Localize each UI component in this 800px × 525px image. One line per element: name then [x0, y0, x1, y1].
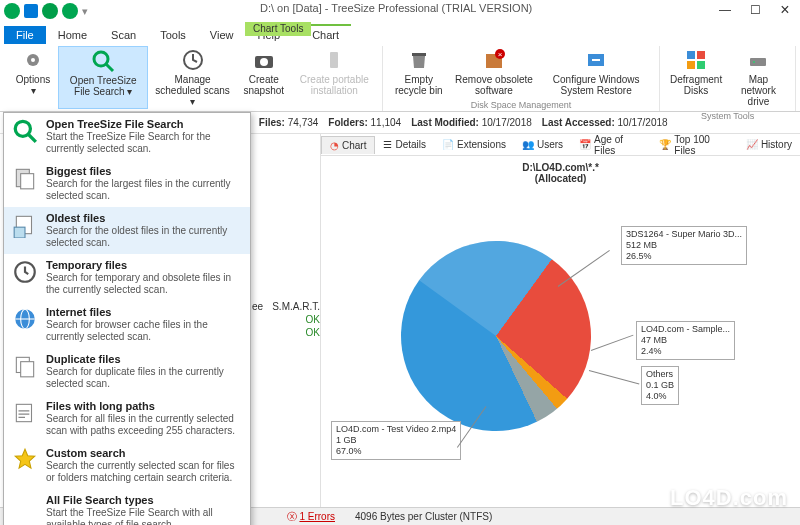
window-title: D:\ on [Data] - TreeSize Professional (T… — [260, 2, 710, 14]
chart-view-tabs: ◔Chart ☰Details 📄Extensions 👥Users 📅Age … — [321, 134, 800, 156]
svg-point-1 — [31, 58, 35, 62]
oldest-files-icon — [12, 212, 38, 238]
file-search-dropdown: Open TreeSize File SearchStart the TreeS… — [3, 112, 251, 525]
calendar-icon: 📅 — [579, 139, 591, 150]
svg-text:×: × — [498, 50, 503, 59]
svg-rect-22 — [21, 174, 34, 189]
tab-scan[interactable]: Scan — [99, 26, 148, 44]
defrag-icon — [684, 48, 708, 72]
biggest-files-icon — [12, 165, 38, 191]
dd-custom-search[interactable]: Custom searchSearch the currently select… — [4, 442, 250, 489]
all-types-icon — [12, 494, 38, 520]
restore-icon — [584, 48, 608, 72]
svg-rect-17 — [750, 58, 766, 66]
scan-icon[interactable] — [62, 3, 78, 19]
view-tab-history[interactable]: 📈History — [738, 136, 800, 153]
tab-file[interactable]: File — [4, 26, 46, 44]
remove-obsolete-button[interactable]: × Remove obsolete software — [451, 46, 537, 98]
chart-canvas: D:\LO4D.com\*.*(Allocated) 3DS1264 - Sup… — [321, 156, 800, 507]
trophy-icon: 🏆 — [659, 139, 671, 150]
manage-scheduled-scans-button[interactable]: Manage scheduled scans ▾ — [150, 46, 234, 109]
chart-title: D:\LO4D.com\*.* — [522, 162, 599, 173]
dd-long-paths[interactable]: Files with long pathsSearch for all file… — [4, 395, 250, 442]
dd-all-search-types[interactable]: All File Search typesStart the TreeSize … — [4, 489, 250, 525]
svg-rect-15 — [687, 61, 695, 69]
view-tab-top100[interactable]: 🏆Top 100 Files — [651, 131, 738, 159]
callout-slice-3: Others0.1 GB4.0% — [641, 366, 679, 405]
defragment-button[interactable]: Defragment Disks — [666, 46, 726, 109]
search-icon — [91, 49, 115, 73]
pie-icon: ◔ — [330, 140, 339, 151]
search-green-icon — [12, 118, 38, 144]
open-file-search-button[interactable]: Open TreeSize File Search ▾ — [58, 46, 148, 109]
error-icon[interactable]: ⓧ — [287, 511, 300, 522]
svg-rect-30 — [21, 362, 34, 377]
callout-slice-4: LO4D.com - Test Video 2.mp41 GB67.0% — [331, 421, 461, 460]
dd-open-file-search[interactable]: Open TreeSize File SearchStart the TreeS… — [4, 113, 250, 160]
star-search-icon — [12, 447, 38, 473]
duplicate-icon — [12, 353, 38, 379]
svg-line-3 — [106, 64, 113, 71]
view-tab-details[interactable]: ☰Details — [375, 136, 434, 153]
svg-point-19 — [15, 121, 30, 136]
close-button[interactable]: × — [770, 0, 800, 20]
view-tab-age[interactable]: 📅Age of Files — [571, 131, 651, 159]
maximize-button[interactable]: ☐ — [740, 0, 770, 20]
callout-slice-2: LO4D.com - Sample...47 MB2.4% — [636, 321, 735, 360]
svg-point-2 — [94, 52, 108, 66]
usb-icon — [322, 48, 346, 72]
view-tab-extensions[interactable]: 📄Extensions — [434, 136, 514, 153]
tab-view[interactable]: View — [198, 26, 246, 44]
tab-tools[interactable]: Tools — [148, 26, 198, 44]
ribbon: Options ▾ Open TreeSize File Search ▾ Ma… — [0, 44, 800, 112]
svg-line-20 — [28, 134, 36, 142]
configure-restore-button[interactable]: Configure Windows System Restore — [539, 46, 653, 98]
app-icon — [4, 3, 20, 19]
users-icon: 👥 — [522, 139, 534, 150]
list-icon: ☰ — [383, 139, 392, 150]
long-path-icon — [12, 400, 38, 426]
status-errors[interactable]: 1 Errors — [299, 511, 335, 522]
callout-slice-1: 3DS1264 - Super Mario 3D...512 MB26.5% — [621, 226, 747, 265]
svg-rect-13 — [687, 51, 695, 59]
chart-panel: ◔Chart ☰Details 📄Extensions 👥Users 📅Age … — [320, 134, 800, 507]
history-icon: 📈 — [746, 139, 758, 150]
svg-rect-8 — [412, 53, 426, 56]
empty-recycle-bin-button[interactable]: Empty recycle bin — [389, 46, 449, 98]
dd-duplicate-files[interactable]: Duplicate filesSearch for duplicate file… — [4, 348, 250, 395]
clock-icon — [181, 48, 205, 72]
svg-rect-16 — [697, 61, 705, 69]
status-cluster: 4096 Bytes per Cluster (NTFS) — [355, 511, 492, 522]
chart-subtitle: (Allocated) — [535, 173, 587, 184]
svg-point-18 — [753, 61, 755, 63]
save-icon[interactable] — [24, 4, 38, 18]
dd-oldest-files[interactable]: Oldest filesSearch for the oldest files … — [4, 207, 250, 254]
svg-rect-14 — [697, 51, 705, 59]
svg-rect-31 — [16, 404, 31, 421]
create-snapshot-button[interactable]: Create snapshot — [237, 46, 291, 109]
map-network-drive-button[interactable]: Map network drive — [728, 46, 789, 109]
view-tab-users[interactable]: 👥Users — [514, 136, 571, 153]
minimize-button[interactable]: — — [710, 0, 740, 20]
svg-point-6 — [260, 58, 268, 66]
svg-rect-7 — [330, 52, 338, 68]
gear-icon — [21, 48, 45, 72]
smart-status-peek: eeS.M.A.R.T. OK OK — [252, 300, 320, 339]
options-button[interactable]: Options ▾ — [10, 46, 56, 109]
tab-home[interactable]: Home — [46, 26, 99, 44]
svg-rect-24 — [14, 227, 25, 238]
clock-file-icon — [12, 259, 38, 285]
create-portable-button: Create portable installation — [293, 46, 376, 109]
view-tab-chart[interactable]: ◔Chart — [321, 136, 375, 154]
dd-internet-files[interactable]: Internet filesSearch for browser cache f… — [4, 301, 250, 348]
globe-icon — [12, 306, 38, 332]
dd-biggest-files[interactable]: Biggest filesSearch for the largest file… — [4, 160, 250, 207]
dd-temporary-files[interactable]: Temporary filesSearch for temporary and … — [4, 254, 250, 301]
camera-icon — [252, 48, 276, 72]
ext-icon: 📄 — [442, 139, 454, 150]
network-drive-icon — [746, 48, 770, 72]
trash-icon — [407, 48, 431, 72]
qat-dropdown-icon[interactable]: ▾ — [82, 5, 88, 18]
chart-tools-context-tab: Chart Tools — [245, 22, 311, 36]
refresh-icon[interactable] — [42, 3, 58, 19]
